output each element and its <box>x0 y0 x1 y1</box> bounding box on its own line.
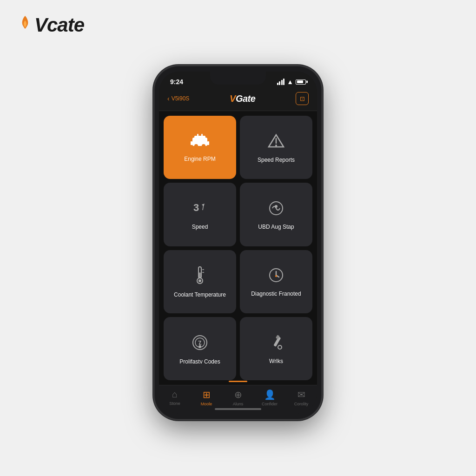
nav-store[interactable]: ⌂ Stone <box>163 389 186 406</box>
svg-point-18 <box>198 279 201 282</box>
tile-speed-reports[interactable]: Speed Reports <box>240 116 312 179</box>
notch <box>210 72 266 85</box>
speed-label: Speed <box>192 224 208 231</box>
home-indicator <box>215 408 261 410</box>
phone-screen: 9:24 ▲ ‹ V5i90S <box>159 72 317 414</box>
speed-reports-label: Speed Reports <box>258 157 295 164</box>
svg-point-26 <box>198 345 201 348</box>
logo-text: Vcate <box>34 14 84 36</box>
svg-rect-3 <box>201 134 203 136</box>
alerts-nav-icon: ⊕ <box>234 389 242 400</box>
back-button[interactable]: ‹ V5i90S <box>167 95 189 102</box>
tile-wrlks[interactable]: Wrlks <box>240 317 312 380</box>
module-nav-label: Moole <box>201 402 212 406</box>
signal-icon <box>277 79 285 85</box>
config-nav-icon: 👤 <box>264 389 276 400</box>
svg-point-5 <box>202 144 205 148</box>
config-nav-label: Confider <box>262 402 278 406</box>
settings-icon-button[interactable]: ⊡ <box>296 92 309 105</box>
phone-body: 9:24 ▲ ‹ V5i90S <box>154 66 322 419</box>
back-label: V5i90S <box>172 95 190 102</box>
wrlks-icon <box>268 334 284 353</box>
svg-point-30 <box>278 345 282 349</box>
diagnostic-icon <box>268 267 284 286</box>
ubd-aug-stap-label: UBD Aug Stap <box>258 224 294 231</box>
tile-coolant-temperature[interactable]: Coolant Temperature <box>164 250 236 313</box>
vgate-logo: Vcate <box>19 14 84 36</box>
prolifastv-codes-label: Prolifastv Codes <box>179 358 220 366</box>
svg-point-4 <box>194 144 198 148</box>
nav-alerts[interactable]: ⊕ Aluns <box>226 389 250 406</box>
speed-reports-icon <box>268 133 284 152</box>
store-nav-icon: ⌂ <box>172 389 178 400</box>
svg-rect-2 <box>197 134 198 136</box>
svg-rect-7 <box>207 141 209 145</box>
coolant-temperature-label: Coolant Temperature <box>174 291 226 299</box>
back-chevron-icon: ‹ <box>167 95 170 102</box>
svg-point-10 <box>275 145 277 146</box>
phone-mockup: 9:24 ▲ ‹ V5i90S <box>154 66 322 419</box>
battery-icon <box>296 79 306 85</box>
ubd-icon <box>268 200 284 219</box>
svg-text:7: 7 <box>198 339 201 346</box>
tile-prolifastv-codes[interactable]: 7 Prolifastv Codes <box>164 317 236 380</box>
svg-point-22 <box>275 275 277 277</box>
status-icons: ▲ <box>277 78 306 86</box>
engine-rpm-icon <box>191 134 209 151</box>
settings-icon: ⊡ <box>300 95 305 102</box>
speed-icon: 3 <box>192 200 208 219</box>
engine-rpm-label: Engine RPM <box>184 156 215 163</box>
tile-engine-rpm[interactable]: Engine RPM <box>164 116 236 179</box>
prolifastv-codes-icon: 7 <box>191 334 209 354</box>
tile-ubd-aug-stap[interactable]: UBD Aug Stap <box>240 183 312 246</box>
coolant-temp-icon <box>193 266 206 287</box>
wifi-icon: ▲ <box>287 78 293 86</box>
store-nav-label: Stone <box>169 401 180 406</box>
svg-rect-0 <box>192 138 207 146</box>
svg-rect-1 <box>194 136 205 139</box>
svg-text:3: 3 <box>193 202 199 213</box>
status-time: 9:24 <box>170 78 183 86</box>
grid-content: Engine RPM Speed Reports <box>159 111 317 385</box>
app-title: VGate <box>230 93 255 104</box>
nav-config[interactable]: 👤 Confider <box>258 389 281 406</box>
nav-community[interactable]: ✉ Corolity <box>290 389 313 406</box>
tile-diagnostic-franoted[interactable]: Diagnostic Franoted <box>240 250 312 313</box>
module-nav-icon: ⊞ <box>203 389 211 400</box>
community-nav-label: Corolity <box>294 402 309 406</box>
wrlks-label: Wrlks <box>269 358 283 365</box>
svg-rect-16 <box>199 272 201 278</box>
diagnostic-franoted-label: Diagnostic Franoted <box>251 291 301 298</box>
alerts-nav-label: Aluns <box>233 402 244 406</box>
community-nav-icon: ✉ <box>298 389 305 400</box>
title-v: VGate <box>230 93 255 104</box>
app-header: ‹ V5i90S VGate ⊡ <box>159 87 317 111</box>
svg-point-14 <box>275 205 278 208</box>
nav-module[interactable]: ⊞ Moole <box>195 389 218 406</box>
svg-rect-6 <box>191 141 192 145</box>
tile-speed[interactable]: 3 Speed <box>164 183 236 246</box>
